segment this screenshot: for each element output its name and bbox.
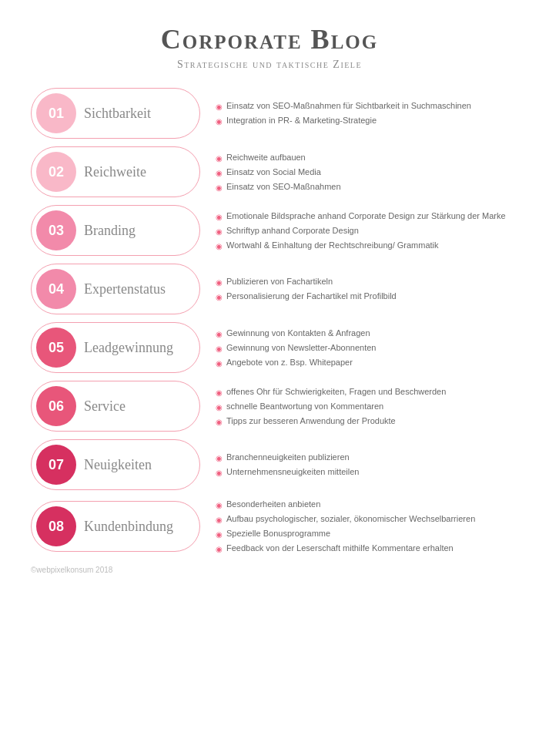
- bullet-text: Aufbau psychologischer, sozialer, ökonom…: [226, 512, 475, 526]
- item-pill-06: 06Service: [31, 381, 200, 432]
- bullet-text: Einsatz von SEO-Maßnahmen für Sichtbarke…: [226, 99, 471, 113]
- item-number-01: 01: [36, 93, 76, 133]
- bullet-item: ◉Aufbau psychologischer, sozialer, ökono…: [216, 512, 508, 526]
- item-number-02: 02: [36, 152, 76, 192]
- bullet-item: ◉Einsatz von SEO-Maßnahmen für Sichtbark…: [216, 99, 508, 113]
- item-bullets-04: ◉Publizieren von Fachartikeln◉Personalis…: [200, 275, 508, 303]
- bullet-icon: ◉: [216, 387, 223, 398]
- bullet-item: ◉offenes Ohr für Schwierigkeiten, Fragen…: [216, 385, 508, 398]
- item-row: 04Expertenstatus◉Publizieren von Fachart…: [31, 264, 508, 314]
- bullet-icon: ◉: [216, 167, 223, 179]
- bullet-item: ◉Integration in PR- & Marketing-Strategi…: [216, 114, 508, 127]
- item-label-02: Reichweite: [84, 164, 146, 180]
- item-row: 02Reichweite◉Reichweite aufbauen◉Einsatz…: [31, 146, 508, 197]
- bullet-icon: ◉: [216, 402, 223, 413]
- bullet-text: Gewinnung von Kontakten & Anfragen: [226, 327, 370, 340]
- bullet-text: Schriftyp anhand Corporate Design: [226, 224, 359, 237]
- bullet-item: ◉Publizieren von Fachartikeln: [216, 275, 508, 288]
- bullet-icon: ◉: [216, 358, 223, 369]
- bullet-item: ◉Schriftyp anhand Corporate Design: [216, 224, 508, 237]
- page-subtitle: Strategische und taktische Ziele: [177, 59, 362, 71]
- item-bullets-01: ◉Einsatz von SEO-Maßnahmen für Sichtbark…: [200, 99, 508, 127]
- bullet-item: ◉Angebote von z. Bsp. Whitepaper: [216, 356, 508, 369]
- bullet-text: Besonderheiten anbieten: [226, 498, 320, 511]
- bullet-text: Branchenneuigkeiten publizieren: [226, 451, 350, 464]
- bullet-icon: ◉: [216, 514, 223, 526]
- bullet-text: Einsatz von Social Media: [226, 166, 321, 179]
- item-row: 01Sichtbarkeit◉Einsatz von SEO-Maßnahmen…: [31, 88, 508, 139]
- item-number-04: 04: [36, 269, 76, 309]
- bullet-icon: ◉: [216, 529, 223, 540]
- items-container: 01Sichtbarkeit◉Einsatz von SEO-Maßnahmen…: [31, 88, 508, 555]
- bullet-item: ◉Gewinnung von Kontakten & Anfragen: [216, 327, 508, 340]
- bullet-text: Einsatz von SEO-Maßnahmen: [226, 180, 341, 193]
- bullet-text: Integration in PR- & Marketing-Strategie: [226, 114, 377, 127]
- item-label-06: Service: [84, 398, 126, 415]
- bullet-item: ◉Besonderheiten anbieten: [216, 498, 508, 511]
- bullet-item: ◉Personalisierung der Fachartikel mit Pr…: [216, 290, 508, 303]
- bullet-icon: ◉: [216, 153, 223, 164]
- bullet-icon: ◉: [216, 467, 223, 479]
- footer-text: ©webpixelkonsum 2018: [31, 566, 112, 574]
- bullet-icon: ◉: [216, 240, 223, 252]
- bullet-icon: ◉: [216, 291, 223, 303]
- bullet-icon: ◉: [216, 452, 223, 464]
- item-pill-07: 07Neuigkeiten: [31, 439, 200, 490]
- item-label-07: Neuigkeiten: [84, 457, 152, 473]
- bullet-item: ◉Unternehmensneuigkeiten mitteilen: [216, 465, 508, 479]
- bullet-item: ◉Tipps zur besseren Anwendung der Produk…: [216, 415, 508, 428]
- bullet-icon: ◉: [216, 328, 223, 340]
- item-number-06: 06: [36, 386, 76, 426]
- bullet-icon: ◉: [216, 211, 223, 223]
- item-pill-02: 02Reichweite: [31, 146, 200, 197]
- item-bullets-05: ◉Gewinnung von Kontakten & Anfragen◉Gewi…: [200, 327, 508, 369]
- bullet-icon: ◉: [216, 277, 223, 288]
- item-number-05: 05: [36, 328, 76, 368]
- item-label-01: Sichtbarkeit: [84, 106, 151, 122]
- item-bullets-02: ◉Reichweite aufbauen◉Einsatz von Social …: [200, 151, 508, 193]
- bullet-text: Wortwahl & Einhaltung der Rechtschreibun…: [226, 239, 439, 252]
- bullet-item: ◉Einsatz von Social Media: [216, 166, 508, 179]
- bullet-icon: ◉: [216, 543, 223, 555]
- bullet-icon: ◉: [216, 116, 223, 127]
- item-bullets-03: ◉Emotionale Bildsprache anhand Corporate…: [200, 210, 508, 252]
- bullet-item: ◉Emotionale Bildsprache anhand Corporate…: [216, 210, 508, 223]
- bullet-icon: ◉: [216, 499, 223, 511]
- item-pill-03: 03Branding: [31, 205, 200, 256]
- page-title: Corporate Blog: [161, 23, 378, 55]
- bullet-icon: ◉: [216, 101, 223, 113]
- bullet-text: Angebote von z. Bsp. Whitepaper: [226, 356, 353, 369]
- bullet-item: ◉Spezielle Bonusprogramme: [216, 527, 508, 540]
- bullet-item: ◉Reichweite aufbauen: [216, 151, 508, 164]
- item-pill-05: 05Leadgewinnung: [31, 322, 200, 373]
- item-row: 08Kundenbindung◉Besonderheiten anbieten◉…: [31, 498, 508, 555]
- item-pill-08: 08Kundenbindung: [31, 501, 200, 552]
- bullet-item: ◉Branchenneuigkeiten publizieren: [216, 451, 508, 464]
- item-row: 07Neuigkeiten◉Branchenneuigkeiten publiz…: [31, 439, 508, 490]
- item-number-08: 08: [36, 506, 76, 546]
- bullet-text: Feedback von der Leserschaft mithilfe Ko…: [226, 542, 454, 555]
- bullet-text: offenes Ohr für Schwierigkeiten, Fragen …: [226, 385, 446, 398]
- bullet-text: Publizieren von Fachartikeln: [226, 275, 333, 288]
- bullet-icon: ◉: [216, 182, 223, 193]
- item-label-03: Branding: [84, 223, 136, 239]
- item-row: 05Leadgewinnung◉Gewinnung von Kontakten …: [31, 322, 508, 373]
- bullet-item: ◉schnelle Beantwortung von Kommentaren: [216, 400, 508, 413]
- bullet-icon: ◉: [216, 226, 223, 237]
- bullet-item: ◉Feedback von der Leserschaft mithilfe K…: [216, 542, 508, 555]
- item-label-08: Kundenbindung: [84, 519, 173, 535]
- bullet-text: Spezielle Bonusprogramme: [226, 527, 330, 540]
- item-label-05: Leadgewinnung: [84, 340, 173, 356]
- bullet-item: ◉Wortwahl & Einhaltung der Rechtschreibu…: [216, 239, 508, 252]
- item-bullets-08: ◉Besonderheiten anbieten◉Aufbau psycholo…: [200, 498, 508, 555]
- bullet-text: Unternehmensneuigkeiten mitteilen: [226, 465, 359, 479]
- item-pill-01: 01Sichtbarkeit: [31, 88, 200, 139]
- item-label-04: Expertenstatus: [84, 281, 166, 297]
- bullet-text: Reichweite aufbauen: [226, 151, 306, 164]
- bullet-text: schnelle Beantwortung von Kommentaren: [226, 400, 383, 413]
- bullet-text: Personalisierung der Fachartikel mit Pro…: [226, 290, 397, 303]
- item-number-07: 07: [36, 445, 76, 485]
- bullet-text: Gewinnung von Newsletter-Abonnenten: [226, 341, 376, 354]
- item-bullets-07: ◉Branchenneuigkeiten publizieren◉Unterne…: [200, 451, 508, 479]
- item-bullets-06: ◉offenes Ohr für Schwierigkeiten, Fragen…: [200, 385, 508, 428]
